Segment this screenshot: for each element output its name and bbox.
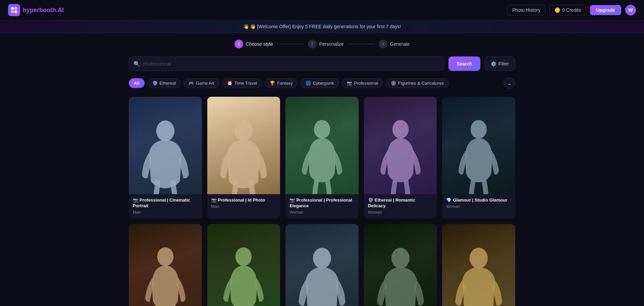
- svg-point-11: [313, 248, 331, 269]
- card-info-glamour-studio: 💎Glamour | Studio Glamour Woman: [442, 194, 515, 213]
- chip-game-art[interactable]: 🎮 Game Art: [183, 78, 219, 88]
- svg-point-5: [234, 121, 253, 141]
- step-2: 2 Personalize: [308, 40, 344, 48]
- chip-time-travel-icon: ⏰: [227, 81, 232, 86]
- card-info-pro-id: 📷Professional | Id Photo Man: [207, 194, 280, 213]
- banner-text: 👋 👋 [Welcome Offer] Enjoy 5 FREE daily g…: [243, 24, 401, 29]
- svg-point-12: [391, 248, 410, 269]
- svg-point-4: [156, 121, 174, 141]
- step-3-circle: 3: [379, 40, 387, 48]
- card-title-glamour-studio: 💎Glamour | Studio Glamour: [446, 198, 511, 203]
- filter-icon: ⚙️: [491, 61, 496, 67]
- chip-cyberpunk[interactable]: 🌐 Cyberpunk: [301, 78, 339, 88]
- card-subtitle-glamour-studio: Woman: [446, 204, 511, 209]
- search-icon: 🔍: [133, 60, 140, 67]
- chip-figurines-label: Figurines & Caricatures: [398, 81, 444, 86]
- svg-point-9: [157, 247, 173, 266]
- card-pro-elegance[interactable]: 📷Professional | Professional Elegance Wo…: [285, 97, 359, 219]
- filter-button[interactable]: ⚙️ Filter: [484, 56, 515, 71]
- chip-game-art-icon: 🎮: [189, 81, 194, 86]
- svg-point-10: [235, 247, 252, 266]
- filter-chips: All 🔮 Ethereal 🎮 Game Art ⏰ Time Travel …: [129, 78, 515, 89]
- card-pro-cinematic[interactable]: 📷Professional | Cinematic Portrait Man: [129, 97, 202, 219]
- step-line-1: [277, 44, 304, 44]
- logo: hyperbooth.AI: [8, 4, 64, 16]
- chip-ethereal[interactable]: 🔮 Ethereal: [147, 78, 181, 88]
- credits-label: 0 Credits: [562, 7, 581, 13]
- chip-time-travel-label: Time Travel: [234, 81, 257, 86]
- chip-ethereal-label: Ethereal: [160, 81, 176, 86]
- chip-cyberpunk-label: Cyberpunk: [313, 81, 334, 86]
- header-actions: Photo History 🪙 0 Credits Upgrade W: [507, 5, 636, 15]
- chip-cyberpunk-icon: 🌐: [306, 81, 311, 86]
- step-1-circle: 1: [234, 40, 243, 48]
- step-3-label: Generate: [390, 41, 410, 47]
- filter-label: Filter: [498, 61, 509, 67]
- main-content: 🔍 Search ⚙️ Filter All 🔮 Ethereal 🎮 Game…: [121, 56, 523, 306]
- chip-figurines[interactable]: 🎡 Figurines & Caricatures: [386, 78, 449, 88]
- cards-grid: 📷Professional | Cinematic Portrait Man 📷…: [129, 97, 515, 306]
- welcome-banner: 👋 👋 [Welcome Offer] Enjoy 5 FREE daily g…: [0, 20, 644, 33]
- svg-rect-2: [11, 10, 14, 13]
- card-glamour-studio[interactable]: 💎Glamour | Studio Glamour Woman: [442, 97, 515, 219]
- avatar[interactable]: W: [625, 5, 636, 15]
- card-icon-glamour-studio: 💎: [446, 198, 451, 203]
- step-1-label: Choose style: [246, 41, 273, 47]
- card-title-pro-elegance: 📷Professional | Professional Elegance: [289, 198, 355, 209]
- stepper: 1 Choose style 2 Personalize 3 Generate: [0, 33, 644, 56]
- chip-professional-label: Professional: [354, 81, 378, 86]
- card-info-pro-cinematic: 📷Professional | Cinematic Portrait Man: [129, 194, 202, 219]
- upgrade-button[interactable]: Upgrade: [590, 5, 621, 15]
- card-subtitle-pro-elegance: Woman: [289, 210, 355, 215]
- chip-figurines-icon: 🎡: [391, 81, 396, 86]
- search-input[interactable]: [129, 56, 444, 71]
- card-icon-pro-cinematic: 📷: [133, 198, 138, 203]
- photo-history-button[interactable]: Photo History: [507, 5, 545, 15]
- step-2-circle: 2: [308, 40, 317, 48]
- card-everyday-cafe[interactable]: ☕Everyday | Chic Café Portrait Woman: [129, 224, 202, 306]
- logo-icon: [8, 4, 20, 16]
- card-cartoon[interactable]: ⭐Cartoon | Childhood Delight Man: [442, 224, 515, 306]
- credits-button[interactable]: 🪙 0 Credits: [549, 5, 586, 15]
- card-subtitle-pro-cinematic: Man: [133, 210, 198, 215]
- card-info-ethereal-romantic: 🔮Ethereal | Romantic Delicacy Woman: [364, 194, 437, 219]
- card-artwork-gogh[interactable]: 🖼️Artwork | Van Gogh Realism Woman: [207, 224, 280, 306]
- chip-time-travel[interactable]: ⏰ Time Travel: [222, 78, 262, 88]
- card-pro-id[interactable]: 📷Professional | Id Photo Man: [207, 97, 280, 219]
- search-row: 🔍 Search ⚙️ Filter: [129, 56, 515, 71]
- step-3: 3 Generate: [379, 40, 410, 48]
- chip-fantasy-label: Fantasy: [277, 81, 292, 86]
- card-icon-pro-id: 📷: [211, 198, 217, 203]
- card-icon-pro-elegance: 📷: [289, 198, 295, 203]
- card-icon-ethereal-romantic: 🔮: [368, 198, 373, 203]
- chip-all-label: All: [134, 81, 140, 86]
- chip-ethereal-icon: 🔮: [152, 81, 158, 86]
- svg-point-13: [470, 248, 488, 269]
- logo-text-main: hyperbooth: [23, 7, 56, 13]
- chip-fantasy[interactable]: 🏆 Fantasy: [265, 78, 298, 88]
- card-title-ethereal-romantic: 🔮Ethereal | Romantic Delicacy: [368, 198, 433, 209]
- logo-text: hyperbooth.AI: [23, 7, 64, 14]
- card-title-pro-cinematic: 📷Professional | Cinematic Portrait: [133, 198, 198, 209]
- search-button[interactable]: Search: [448, 56, 480, 71]
- card-new-identity[interactable]: 🪖New Identity | Futuristic Soldier Man: [364, 224, 437, 306]
- search-wrapper: 🔍: [129, 56, 444, 71]
- card-old-money[interactable]: 💰Old Money | Corporate Jet Shot Man: [285, 224, 359, 306]
- card-info-pro-elegance: 📷Professional | Professional Elegance Wo…: [285, 194, 359, 219]
- svg-rect-3: [14, 10, 17, 13]
- step-2-label: Personalize: [319, 41, 344, 47]
- card-subtitle-ethereal-romantic: Woman: [368, 210, 433, 215]
- step-line-2: [348, 44, 375, 44]
- chip-all[interactable]: All: [129, 78, 145, 88]
- step-1: 1 Choose style: [234, 40, 273, 48]
- svg-point-6: [314, 120, 330, 139]
- chip-fantasy-icon: 🏆: [270, 81, 275, 86]
- chip-game-art-label: Game Art: [196, 81, 214, 86]
- logo-text-accent: .AI: [56, 7, 64, 13]
- card-ethereal-romantic[interactable]: 🔮Ethereal | Romantic Delicacy Woman: [364, 97, 437, 219]
- chip-expand-button[interactable]: ⌄: [503, 78, 515, 89]
- chip-professional-icon: 📷: [347, 81, 352, 86]
- chip-professional[interactable]: 📷 Professional: [342, 78, 383, 88]
- svg-point-7: [392, 120, 408, 139]
- svg-rect-0: [11, 7, 14, 10]
